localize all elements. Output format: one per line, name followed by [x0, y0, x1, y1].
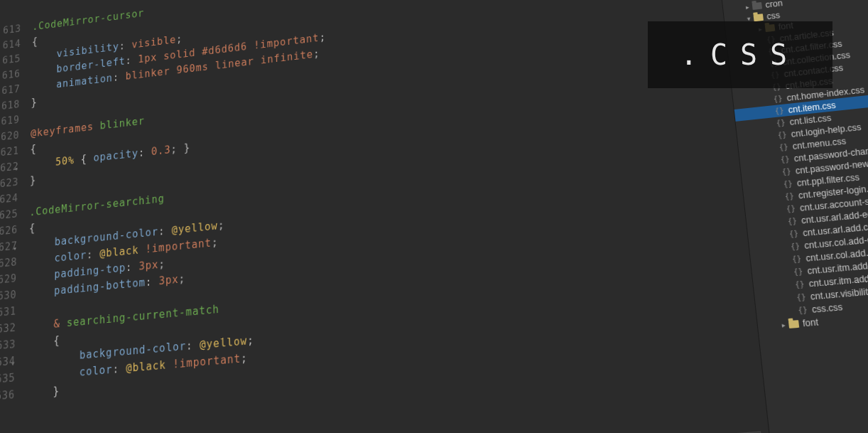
- tree-label: css: [766, 10, 781, 21]
- tree-label: font: [778, 21, 793, 32]
- css-file-icon: {}: [788, 240, 802, 252]
- tree-twisty-icon[interactable]: [780, 234, 788, 235]
- folder-icon: [752, 12, 764, 23]
- css-file-icon: {}: [796, 304, 810, 316]
- tree-twisty-icon[interactable]: [764, 100, 771, 100]
- tree-twisty-icon[interactable]: [779, 222, 786, 223]
- css-file-icon: {}: [794, 292, 808, 303]
- line-number[interactable]: 635: [0, 369, 16, 388]
- line-number[interactable]: 636: [0, 386, 15, 405]
- css-file-icon: {}: [773, 105, 786, 117]
- folder-icon: [763, 22, 776, 33]
- css-file-icon: {}: [791, 266, 805, 277]
- tree-twisty-icon[interactable]: [783, 260, 791, 260]
- tree-twisty-icon[interactable]: [773, 172, 781, 173]
- css-file-icon: {}: [780, 166, 793, 177]
- tree-twisty-icon[interactable]: [759, 52, 766, 53]
- tree-twisty-icon[interactable]: [781, 247, 789, 247]
- tree-twisty-icon[interactable]: [770, 148, 778, 149]
- tree-twisty-icon[interactable]: [776, 197, 783, 198]
- code-editor: 6136146156166176186196206216226236246256…: [0, 0, 775, 433]
- tree-twisty-icon[interactable]: [777, 209, 785, 210]
- tree-twisty-icon[interactable]: [766, 112, 773, 112]
- css-file-icon: {}: [774, 117, 787, 129]
- code-lines[interactable]: .CodeMirror-cursor{ visibility: visible;…: [21, 0, 773, 433]
- folder-icon: [750, 0, 763, 11]
- tree-twisty-icon[interactable]: [762, 75, 769, 76]
- css-file-icon: {}: [790, 253, 803, 264]
- tree-label: css.css: [811, 301, 843, 315]
- css-file-icon: {}: [787, 228, 801, 240]
- css-file-icon: {}: [771, 93, 784, 105]
- css-file-icon: {}: [767, 58, 780, 69]
- tree-twisty-icon[interactable]: [789, 311, 797, 311]
- code-area[interactable]: 6136146156166176186196206216226236246256…: [0, 0, 773, 433]
- tree-label: font: [802, 316, 819, 328]
- css-file-icon: {}: [786, 215, 799, 227]
- css-file-icon: {}: [783, 191, 796, 202]
- tree-twisty-icon[interactable]: [763, 87, 770, 88]
- tree-twisty-icon[interactable]: [761, 64, 768, 65]
- tree-twisty-icon[interactable]: [774, 184, 782, 185]
- css-file-icon: {}: [776, 129, 788, 141]
- css-file-icon: {}: [793, 279, 806, 290]
- tree-twisty-icon[interactable]: [771, 160, 779, 161]
- css-file-icon: {}: [784, 203, 798, 214]
- folder-icon: [786, 318, 800, 329]
- tree-twisty-icon[interactable]: [786, 285, 793, 286]
- tree-twisty-icon[interactable]: [787, 298, 795, 299]
- tree-twisty-icon[interactable]: [784, 272, 792, 273]
- tree-twisty-icon[interactable]: [767, 124, 774, 124]
- tree-twisty-icon[interactable]: [758, 40, 765, 41]
- css-file-icon: {}: [764, 34, 777, 45]
- css-file-icon: {}: [781, 178, 795, 190]
- css-file-icon: {}: [777, 141, 791, 153]
- css-file-icon: {}: [779, 154, 792, 165]
- css-file-icon: {}: [770, 81, 783, 92]
- css-file-icon: {}: [766, 46, 779, 57]
- tree-twisty-icon[interactable]: [769, 136, 776, 137]
- css-file-icon: {}: [769, 70, 781, 81]
